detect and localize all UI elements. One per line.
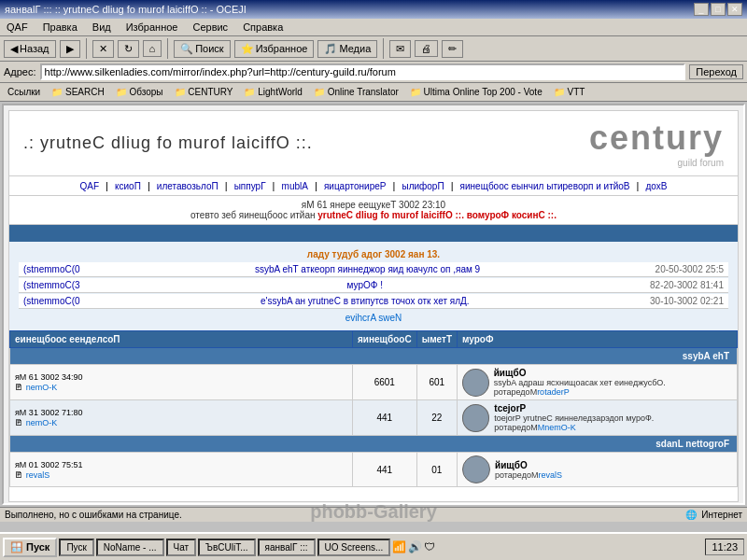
post-link-2[interactable]: мурОФ ! <box>347 280 383 290</box>
bookmark-obzory[interactable]: 📁 Обзоры <box>112 85 167 99</box>
bookmark-vtt[interactable]: 📁 VTT <box>550 85 589 99</box>
nav-login[interactable]: дохВ <box>646 181 668 191</box>
bookmark-century[interactable]: 📁 CENTURY <box>171 85 237 99</box>
post-link-1[interactable]: ssybA ehT аткеорп яиннеджор яид юачулс о… <box>255 264 480 274</box>
forward-button[interactable]: ▶ <box>60 40 80 58</box>
post-user-1[interactable]: (stnemmоС(0 <box>23 264 80 274</box>
forum-info-2: tcejorP toejorP yrutneC яиннеледзарэдоп … <box>458 400 738 436</box>
user-link-3[interactable]: revalS <box>26 470 50 480</box>
topics-count-2: 22 <box>416 400 457 436</box>
menu-service[interactable]: Сервис <box>190 21 231 34</box>
browser-title: яанваlГ ::: :: yrutneC dliug fo murof la… <box>5 4 247 15</box>
toolbar-separator2 <box>167 38 168 59</box>
last-post-date-1: яМ 61 3002 34:90 <box>15 372 347 382</box>
minimize-button[interactable]: _ <box>694 3 709 16</box>
nav-qaf[interactable]: QAF <box>80 181 100 191</box>
go-button[interactable]: Переход <box>689 64 743 79</box>
toolbar: ◀ Назад ▶ ✕ ↻ ⌂ 🔍 Поиск ⭐ Избранное 🎵 Ме… <box>0 36 747 62</box>
taskbar-item-1[interactable]: Пуск <box>59 539 93 556</box>
menu-edit[interactable]: Правка <box>40 21 80 34</box>
forum-user-link-3[interactable]: revalS <box>538 470 562 480</box>
post-user-3[interactable]: (stnemmоС(0 <box>23 296 80 306</box>
status-right: 🌐 Интернет <box>685 510 742 520</box>
table-row-1: яМ 61 3002 34:90 🖹 nemO-K 6601 601 <box>10 365 738 400</box>
title-bar: яанваlГ ::: :: yrutneC dliug fo murof la… <box>0 0 747 19</box>
browser-window: яанваlГ ::: :: yrutneC dliug fo murof la… <box>0 0 747 522</box>
bookmark-uo[interactable]: 📁 Ultima Online Top 200 - Vote <box>406 85 546 99</box>
nav-profile[interactable]: ылифорП <box>402 181 444 191</box>
section-row-sdanl: sdanL nettogrоF <box>10 436 738 453</box>
stop-button[interactable]: ✕ <box>92 40 114 58</box>
forum-name-3: йищбО <box>495 460 562 470</box>
mail-button[interactable]: ✉ <box>389 40 411 58</box>
forum-desc-1: ssybA адраш ясхнищоасак хет еинеджусбО. … <box>494 378 732 397</box>
menu-file[interactable]: QAF <box>4 21 31 34</box>
back-button[interactable]: ◀ Назад <box>4 40 56 58</box>
taskbar-noname-label: NoName - ... <box>104 542 157 553</box>
refresh-button[interactable]: ↻ <box>118 40 139 58</box>
table-row-2: яМ 31 3002 71:80 🖹 nemO-K 441 22 <box>10 400 738 436</box>
nav-messages[interactable]: яинещбоос еынчил ытиреворп и итйоВ <box>460 181 630 191</box>
taskbar-item-1-label: Пуск <box>66 542 86 553</box>
taskbar-item-bculit[interactable]: ЪвCUliТ... <box>198 539 255 556</box>
tray-icon-2: 🔊 <box>408 540 422 553</box>
announcement-date: яМ 61 янере еещукеТ 3002 23:10 <box>23 200 724 210</box>
menu-help[interactable]: Справка <box>240 21 286 34</box>
forum-name-2: tcejorP <box>494 403 732 413</box>
home-button[interactable]: ⌂ <box>143 40 162 57</box>
announcement-area: яМ 61 янере еещукеТ 3002 23:10 отевто зе… <box>9 196 738 225</box>
forum-header: .: yrutneC dliug fo murof laiciffO ::. c… <box>9 111 738 176</box>
posts-count-2: 441 <box>352 400 416 436</box>
user-link-1[interactable]: nemO-K <box>26 383 58 392</box>
maximize-button[interactable]: □ <box>711 3 726 16</box>
start-button[interactable]: 🪟 Пуск <box>3 538 57 557</box>
posts-count-3: 441 <box>352 453 416 487</box>
post-link-3[interactable]: e'ssybA ан yrutneC в втипутсв точох отк … <box>261 296 470 306</box>
archive-link[interactable]: evihcrA sweN <box>345 313 402 323</box>
col-posts: яинещбооС <box>352 331 416 348</box>
taskbar-item-yanval[interactable]: яанваlГ ::: <box>258 539 316 556</box>
last-post-user-2: 🖹 nemO-K <box>15 417 347 427</box>
taskbar-chat-label: Чат <box>174 542 190 553</box>
nav-users[interactable]: илетавозьлоП <box>157 181 218 191</box>
last-post-cell-1: яМ 61 3002 34:90 🖹 nemO-K <box>10 365 353 400</box>
bookmark-search[interactable]: 📁 SEARCH <box>48 85 107 99</box>
last-post-date-3: яМ 01 3002 75:51 <box>15 460 347 469</box>
taskbar-bculit-label: ЪвCUliТ... <box>205 542 247 553</box>
table-row-3: яМ 01 3002 75:51 🖹 revalS 441 01 <box>10 453 738 487</box>
recent-posts-area: ладу тудуб адог 3002 яан 13. (stnemmоС(0… <box>9 242 738 330</box>
search-button[interactable]: 🔍 Поиск <box>174 40 230 58</box>
announcement-text: отевто зеб яинещбоос итйан yrutneC dliug… <box>23 210 724 220</box>
nav-search[interactable]: ксиоП <box>115 181 141 191</box>
media-button[interactable]: 🎵 Медиа <box>317 40 377 58</box>
topics-count-3: 01 <box>416 453 457 487</box>
topics-count-1: 601 <box>416 365 457 400</box>
close-button[interactable]: ✕ <box>727 3 742 16</box>
forum-name-1: йищбО <box>494 368 732 378</box>
address-input[interactable] <box>40 63 686 80</box>
nav-registration[interactable]: яицартониреP <box>324 181 387 191</box>
menu-view[interactable]: Вид <box>90 21 114 34</box>
nav-groups[interactable]: ыппурГ <box>234 181 266 191</box>
favorites-button[interactable]: ⭐ Избранное <box>234 40 315 58</box>
post-user-2[interactable]: (stnemmоС(3 <box>23 280 80 290</box>
section-title-sdanl: sdanL nettogrоF <box>10 436 738 453</box>
menu-favorites[interactable]: Избранное <box>123 21 181 34</box>
forum-desc-2: toejorP yrutneC яиннеледзарэдоп муроФ. р… <box>494 413 732 432</box>
bookmark-lightworld[interactable]: 📁 LightWorld <box>240 85 305 99</box>
edit-button[interactable]: ✏ <box>442 40 463 58</box>
address-label: Адрес: <box>4 66 36 77</box>
forum-user-link-1[interactable]: rotaderP <box>537 387 570 397</box>
bookmark-translator[interactable]: 📁 Online Translator <box>310 85 402 99</box>
taskbar-item-noname[interactable]: NoName - ... <box>96 539 164 556</box>
status-bar: Выполнено, но с ошибками на странице. 🌐 … <box>0 507 747 522</box>
nav-albums[interactable]: mublA <box>282 181 308 191</box>
forum-user-link-2[interactable]: MnemO-K <box>538 423 576 432</box>
taskbar-item-uo[interactable]: UO Screens... <box>317 539 391 556</box>
user-link-2[interactable]: nemO-K <box>26 418 58 427</box>
announcement-highlight: yrutneC dliug fo murof laiciffO ::. вому… <box>317 210 557 220</box>
taskbar-item-chat[interactable]: Чат <box>166 539 197 556</box>
page-content: .: yrutneC dliug fo murof laiciffO ::. c… <box>2 104 745 505</box>
print-button[interactable]: 🖨 <box>415 40 438 57</box>
status-text: Выполнено, но с ошибками на странице. <box>5 510 685 520</box>
